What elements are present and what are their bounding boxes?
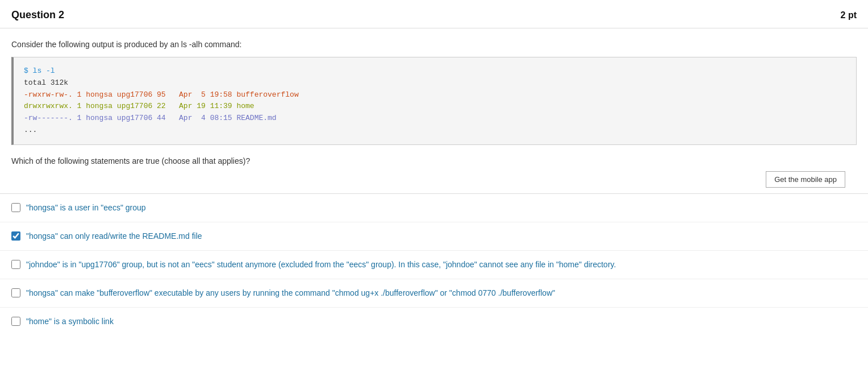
code-line-6: ...: [24, 126, 37, 134]
option-label-3[interactable]: "johndoe" is in "upg17706" group, but is…: [26, 259, 616, 271]
option-label-1[interactable]: "hongsa" is a user in "eecs" group: [26, 202, 146, 214]
option-row-1: "hongsa" is a user in "eecs" group: [0, 194, 868, 222]
mobile-app-button[interactable]: Get the mobile app: [766, 171, 845, 188]
option-label-2[interactable]: "hongsa" can only read/write the README.…: [26, 230, 202, 242]
options-container: "hongsa" is a user in "eecs" group "hong…: [0, 193, 868, 336]
option-checkbox-3[interactable]: [11, 260, 20, 269]
mobile-app-area: Get the mobile app: [11, 171, 857, 188]
code-line-3: -rwxrw-rw-. 1 hongsa upg17706 95 Apr 5 1…: [24, 90, 299, 99]
option-checkbox-2[interactable]: [11, 231, 20, 241]
intro-text: Consider the following output is produce…: [11, 40, 857, 49]
option-row-2: "hongsa" can only read/write the README.…: [0, 222, 868, 251]
code-line-4: drwxrwxrwx. 1 hongsa upg17706 22 Apr 19 …: [24, 102, 254, 110]
option-row-3: "johndoe" is in "upg17706" group, but is…: [0, 251, 868, 279]
question-instruction: Which of the following statements are tr…: [11, 156, 857, 165]
question-title: Question 2: [11, 9, 64, 21]
option-checkbox-4[interactable]: [11, 288, 20, 297]
question-points: 2 pt: [841, 10, 857, 20]
option-checkbox-5[interactable]: [11, 317, 20, 326]
option-label-4[interactable]: "hongsa" can make "bufferoverflow" execu…: [26, 287, 555, 299]
question-header: Question 2 2 pt: [0, 0, 868, 28]
page-container: Question 2 2 pt Consider the following o…: [0, 0, 868, 336]
code-line-1: $ ls -l: [24, 67, 55, 75]
code-line-5: -rw-------. 1 hongsa upg17706 44 Apr 4 0…: [24, 114, 277, 122]
option-row-4: "hongsa" can make "bufferoverflow" execu…: [0, 279, 868, 308]
option-checkbox-1[interactable]: [11, 203, 20, 212]
code-line-2: total 312k: [24, 78, 68, 87]
option-label-5[interactable]: "home" is a symbolic link: [26, 316, 114, 328]
question-body: Consider the following output is produce…: [0, 28, 868, 188]
option-row-5: "home" is a symbolic link: [0, 308, 868, 336]
code-block: $ ls -l total 312k -rwxrw-rw-. 1 hongsa …: [11, 57, 857, 145]
